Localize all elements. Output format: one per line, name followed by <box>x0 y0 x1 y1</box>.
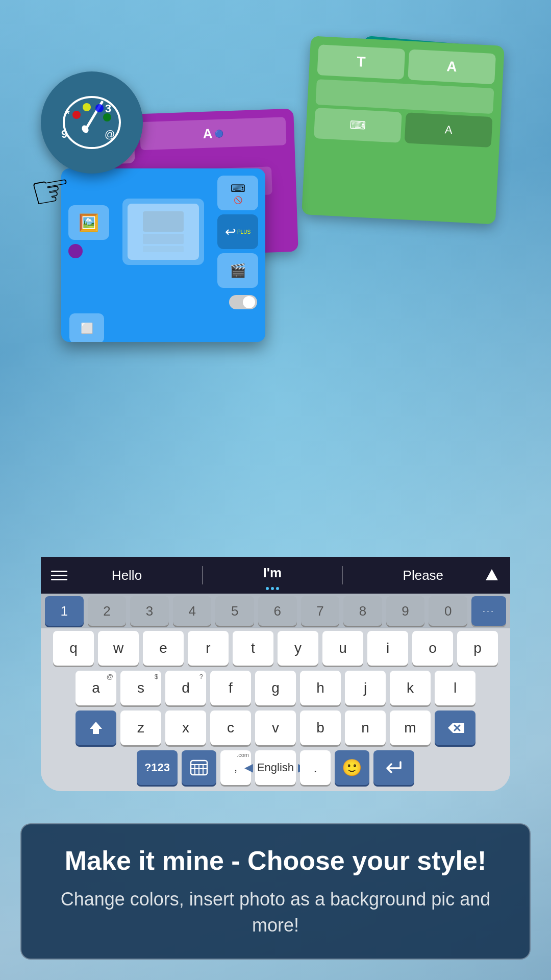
enter-key[interactable] <box>373 750 414 785</box>
svg-marker-11 <box>486 569 498 580</box>
enter-icon <box>384 760 404 775</box>
suggestion-divider-1 <box>202 566 203 584</box>
app-logo: * @ 3 9 <box>41 71 143 174</box>
language-selector-key[interactable]: ◀ English ▶ <box>255 750 296 785</box>
svg-point-0 <box>64 97 120 148</box>
suggestion-dots <box>266 587 279 590</box>
key-2[interactable]: 2 <box>88 596 127 626</box>
suggestion-up-button[interactable] <box>478 561 506 590</box>
svg-point-3 <box>72 111 81 119</box>
number-row: 1 2 3 4 5 6 7 8 9 0 ··· <box>41 594 510 628</box>
key-3[interactable]: 3 <box>130 596 169 626</box>
key-8[interactable]: 8 <box>343 596 382 626</box>
key-row-1: q w e r t y u i o p <box>41 628 510 668</box>
svg-point-4 <box>83 103 91 111</box>
suggestion-bar[interactable]: Hello I'm Please <box>41 557 510 594</box>
dot-1 <box>266 587 269 590</box>
delete-key[interactable] <box>435 710 475 745</box>
key-b[interactable]: b <box>300 710 341 745</box>
menu-line-2 <box>51 575 67 576</box>
dot-3 <box>276 587 279 590</box>
numbers-key[interactable]: ?123 <box>137 750 178 785</box>
key-j[interactable]: j <box>345 671 386 705</box>
key-4[interactable]: 4 <box>173 596 212 626</box>
key-1[interactable]: 1 <box>45 596 84 626</box>
theme-card-green-back[interactable]: T A ⌨ A <box>302 36 505 224</box>
key-l[interactable]: l <box>435 671 475 705</box>
key-p[interactable]: p <box>457 631 498 666</box>
key-v[interactable]: v <box>255 710 296 745</box>
key-g[interactable]: g <box>255 671 296 705</box>
language-label: English <box>257 761 294 774</box>
key-9[interactable]: 9 <box>386 596 425 626</box>
key-k[interactable]: k <box>390 671 431 705</box>
svg-text:*: * <box>65 107 70 120</box>
key-n[interactable]: n <box>345 710 386 745</box>
key-i[interactable]: i <box>367 631 408 666</box>
key-z[interactable]: z <box>120 710 161 745</box>
svg-point-5 <box>95 104 104 112</box>
dot-2 <box>271 587 274 590</box>
theme-card-blue[interactable]: 🖼️ ⌨ 🚫 ↩ PLUS <box>61 168 265 342</box>
key-5[interactable]: 5 <box>215 596 254 626</box>
menu-button[interactable] <box>45 561 73 590</box>
svg-text:9: 9 <box>61 128 67 140</box>
key-h[interactable]: h <box>300 671 341 705</box>
key-u[interactable]: u <box>322 631 363 666</box>
key-r[interactable]: r <box>188 631 229 666</box>
key-row-2: a@ s$ d? f g h j k l <box>41 668 510 708</box>
keyboard-panel: Hello I'm Please 1 2 3 4 5 6 7 <box>41 557 510 791</box>
key-e[interactable]: e <box>143 631 184 666</box>
emoji-key[interactable]: 🙂 <box>335 750 369 785</box>
key-7[interactable]: 7 <box>301 596 340 626</box>
suggestion-divider-2 <box>342 566 343 584</box>
key-q[interactable]: q <box>53 631 94 666</box>
key-x[interactable]: x <box>165 710 206 745</box>
bottom-banner: Make it mine - Choose your style! Change… <box>20 823 531 960</box>
svg-text:@: @ <box>105 129 115 140</box>
key-y[interactable]: y <box>278 631 318 666</box>
key-o[interactable]: o <box>412 631 453 666</box>
key-m[interactable]: m <box>390 710 431 745</box>
logo-icon: * @ 3 9 <box>56 87 128 158</box>
delete-icon <box>446 721 464 735</box>
key-s[interactable]: s$ <box>120 671 161 705</box>
language-icon-key[interactable] <box>182 750 216 785</box>
key-a[interactable]: a@ <box>76 671 116 705</box>
shift-key[interactable] <box>76 710 116 745</box>
menu-line-3 <box>51 579 67 580</box>
period-key[interactable]: . <box>300 750 331 785</box>
key-c[interactable]: c <box>210 710 251 745</box>
key-more-numbers[interactable]: ··· <box>471 596 506 626</box>
key-f[interactable]: f <box>210 671 251 705</box>
key-row-3: z x c v b n m <box>41 708 510 748</box>
suggestion-please[interactable]: Please <box>395 564 452 587</box>
keyboard-layout-icon <box>190 758 208 777</box>
suggestion-im[interactable]: I'm <box>255 561 290 585</box>
key-t[interactable]: t <box>233 631 273 666</box>
bottom-row: ?123 , .com ◀ English ▶ . 🙂 <box>41 748 510 791</box>
svg-text:3: 3 <box>105 102 111 115</box>
banner-title: Make it mine - Choose your style! <box>47 845 504 876</box>
banner-subtitle: Change colors, insert photo as a backgro… <box>47 887 504 938</box>
svg-marker-12 <box>90 722 102 734</box>
suggestion-hello[interactable]: Hello <box>104 564 150 587</box>
suggestion-words: Hello I'm Please <box>78 561 478 590</box>
up-arrow-icon <box>483 566 501 584</box>
menu-line-1 <box>51 571 67 572</box>
shift-icon <box>88 720 104 736</box>
key-6[interactable]: 6 <box>258 596 297 626</box>
key-d[interactable]: d? <box>165 671 206 705</box>
key-0[interactable]: 0 <box>429 596 467 626</box>
key-w[interactable]: w <box>98 631 139 666</box>
